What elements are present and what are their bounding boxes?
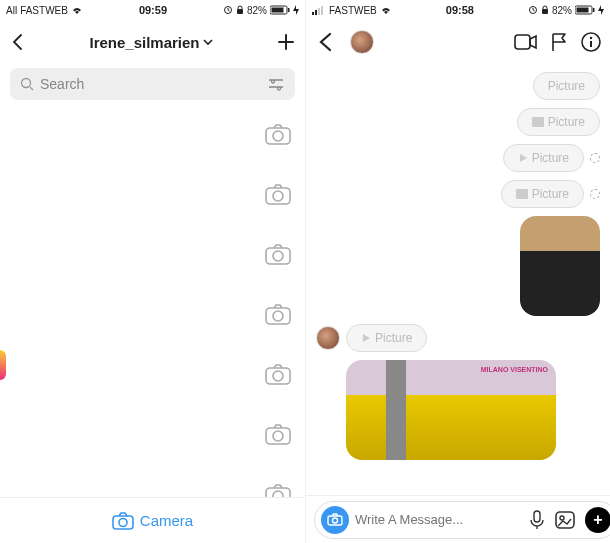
camera-icon[interactable] xyxy=(265,363,291,385)
svg-rect-23 xyxy=(315,10,317,15)
svg-rect-31 xyxy=(515,35,530,49)
picture-label: Picture xyxy=(532,187,569,201)
username-label: Irene_silmarien xyxy=(89,34,199,51)
svg-rect-29 xyxy=(576,8,588,13)
svg-rect-24 xyxy=(318,8,320,15)
svg-point-15 xyxy=(273,371,283,381)
flag-icon[interactable] xyxy=(550,32,568,52)
wifi-icon xyxy=(380,5,392,15)
svg-point-21 xyxy=(119,518,127,526)
camera-icon[interactable] xyxy=(265,303,291,325)
lock-icon xyxy=(236,5,244,15)
svg-point-38 xyxy=(333,518,338,523)
video-call-icon[interactable] xyxy=(514,33,538,51)
status-bar: FASTWEB 09:58 82% xyxy=(306,0,610,20)
play-icon xyxy=(361,333,371,343)
outgoing-message[interactable]: Picture xyxy=(316,108,600,136)
battery-icon xyxy=(575,5,595,15)
composer-input-wrap[interactable]: + xyxy=(314,501,610,539)
chat-body: Picture Picture Picture Picture xyxy=(306,64,610,495)
account-switcher[interactable]: Irene_silmarien xyxy=(28,34,275,51)
camera-icon[interactable] xyxy=(265,183,291,205)
status-bar: All FASTWEB 09:59 82% xyxy=(0,0,305,20)
play-icon xyxy=(518,153,528,163)
svg-rect-3 xyxy=(271,8,283,13)
carrier-label: FASTWEB xyxy=(20,5,68,16)
dm-header: Irene_silmarien xyxy=(0,20,305,64)
svg-point-17 xyxy=(273,431,283,441)
back-icon[interactable] xyxy=(8,32,28,52)
mic-icon[interactable] xyxy=(529,510,545,530)
alarm-icon xyxy=(223,5,233,15)
loading-spinner xyxy=(590,189,600,199)
battery-icon xyxy=(270,5,290,15)
svg-rect-39 xyxy=(534,511,540,522)
svg-rect-27 xyxy=(542,9,548,14)
outgoing-message[interactable]: Picture xyxy=(316,144,600,172)
compose-icon[interactable] xyxy=(275,31,297,53)
location-tag: MILANO VISENTINO xyxy=(481,366,548,373)
camera-icon[interactable] xyxy=(265,243,291,265)
camera-icon[interactable] xyxy=(265,483,291,497)
battery-percent: 82% xyxy=(247,5,267,16)
camera-icon[interactable] xyxy=(265,423,291,445)
svg-point-33 xyxy=(590,37,592,39)
charging-icon xyxy=(598,5,604,15)
search-placeholder: Search xyxy=(40,76,84,92)
incoming-message[interactable]: Picture xyxy=(316,324,600,352)
svg-point-41 xyxy=(560,516,564,520)
battery-percent: 82% xyxy=(552,5,572,16)
photo-thumbnail: MILANO VISENTINO xyxy=(346,360,556,460)
lock-icon xyxy=(541,5,549,15)
dm-list xyxy=(0,104,305,497)
message-input[interactable] xyxy=(355,512,523,527)
dm-row[interactable] xyxy=(0,464,305,497)
composer-camera-button[interactable] xyxy=(321,506,349,534)
svg-rect-36 xyxy=(516,189,528,199)
outgoing-message[interactable]: Picture xyxy=(316,72,600,100)
camera-button[interactable]: Camera xyxy=(0,497,305,543)
dm-row[interactable] xyxy=(0,224,305,284)
sender-avatar[interactable] xyxy=(316,326,340,350)
composer: + xyxy=(306,495,610,543)
svg-rect-22 xyxy=(312,12,314,15)
search-input[interactable]: Search xyxy=(10,68,295,100)
svg-rect-25 xyxy=(321,6,323,15)
filter-icon[interactable] xyxy=(267,77,285,91)
svg-rect-34 xyxy=(590,41,592,47)
svg-point-7 xyxy=(273,131,283,141)
camera-icon xyxy=(112,512,134,530)
search-icon xyxy=(20,77,34,91)
back-icon[interactable] xyxy=(314,30,338,54)
incoming-photo[interactable]: MILANO VISENTINO xyxy=(346,360,600,460)
picture-label: Picture xyxy=(548,79,585,93)
svg-point-11 xyxy=(273,251,283,261)
photo-thumbnail xyxy=(520,216,600,316)
outgoing-message[interactable]: Picture xyxy=(316,180,600,208)
svg-point-5 xyxy=(22,79,31,88)
dm-row[interactable] xyxy=(0,164,305,224)
dm-row[interactable] xyxy=(0,344,305,404)
gallery-icon[interactable] xyxy=(555,511,575,529)
story-ring xyxy=(0,350,6,380)
svg-rect-1 xyxy=(237,9,243,14)
svg-rect-30 xyxy=(593,8,595,12)
signal-label: All xyxy=(6,5,17,16)
chevron-down-icon xyxy=(202,36,214,48)
svg-rect-4 xyxy=(288,8,290,12)
camera-icon xyxy=(327,513,343,526)
wifi-icon xyxy=(71,5,83,15)
camera-label: Camera xyxy=(140,512,193,529)
dm-row[interactable] xyxy=(0,284,305,344)
info-icon[interactable] xyxy=(580,31,602,53)
photo-icon xyxy=(516,189,528,199)
svg-rect-35 xyxy=(532,117,544,127)
outgoing-photo[interactable] xyxy=(316,216,600,316)
alarm-icon xyxy=(528,5,538,15)
camera-icon[interactable] xyxy=(265,123,291,145)
dm-row[interactable] xyxy=(0,404,305,464)
chat-avatar[interactable] xyxy=(350,30,374,54)
photo-icon xyxy=(532,117,544,127)
add-button[interactable]: + xyxy=(585,507,610,533)
dm-row[interactable] xyxy=(0,104,305,164)
